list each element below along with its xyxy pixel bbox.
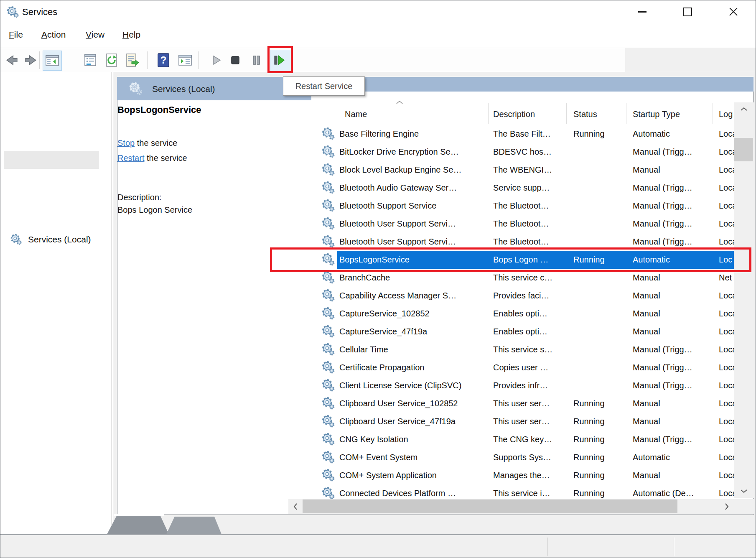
table-row[interactable]: Clipboard User Service_102852 This user …: [312, 395, 753, 413]
scroll-left-button[interactable]: [288, 499, 302, 514]
pause-service-button[interactable]: [247, 51, 265, 70]
column-header-description[interactable]: Description: [493, 108, 535, 120]
service-gear-icon: [321, 181, 335, 195]
table-row[interactable]: Client License Service (ClipSVC) Provide…: [312, 377, 753, 395]
table-row[interactable]: Bluetooth User Support Servi… The Blueto…: [312, 215, 753, 233]
sidebar-item-services-local[interactable]: Services (Local): [4, 151, 99, 169]
show-action-pane-button[interactable]: [176, 51, 194, 70]
column-divider[interactable]: [488, 103, 489, 124]
banner-strip: [311, 77, 753, 92]
maximize-button[interactable]: [674, 0, 701, 23]
table-row[interactable]: Base Filtering Engine The Base Filt… Run…: [312, 125, 753, 143]
panel-splitter[interactable]: [112, 72, 113, 534]
table-row[interactable]: Cellular Time This service s… Manual (Tr…: [312, 341, 753, 359]
export-list-button[interactable]: [123, 51, 142, 70]
cell-name: CNG Key Isolation: [339, 431, 485, 448]
cell-startup-type: Manual: [633, 395, 710, 413]
column-header-name[interactable]: Name: [345, 108, 367, 120]
export-list-icon: [126, 54, 139, 67]
vertical-scrollbar-thumb[interactable]: [734, 138, 753, 161]
vertical-scrollbar[interactable]: [734, 102, 753, 498]
cell-name: Capability Access Manager S…: [339, 287, 485, 305]
start-service-icon: [210, 54, 222, 66]
toolbar: ?: [0, 48, 626, 72]
table-row[interactable]: COM+ System Application Manages the… Run…: [312, 466, 753, 484]
cell-startup-type: Manual (Trigg…: [633, 197, 710, 215]
scroll-up-button[interactable]: [734, 102, 753, 116]
back-button[interactable]: [2, 51, 20, 70]
stop-service-link[interactable]: Stop: [117, 138, 135, 148]
menu-view[interactable]: View: [86, 30, 104, 40]
table-row[interactable]: Bluetooth Audio Gateway Ser… Service sup…: [312, 179, 753, 197]
cell-log-on-as: Net: [719, 269, 734, 287]
menu-file[interactable]: File: [9, 30, 23, 40]
cell-log-on-as: Loca: [719, 143, 734, 161]
cell-description: The Base Filt…: [493, 125, 563, 143]
table-row[interactable]: Clipboard User Service_47f19a This user …: [312, 413, 753, 431]
horizontal-scrollbar-thumb[interactable]: [303, 499, 677, 513]
cell-log-on-as: Loc: [719, 251, 734, 269]
table-row[interactable]: Bluetooth User Support Servi… The Blueto…: [312, 233, 753, 251]
column-divider[interactable]: [566, 103, 567, 124]
table-row[interactable]: CaptureService_47f19a Enables opti… Manu…: [312, 323, 753, 341]
table-row[interactable]: BitLocker Drive Encryption Se… BDESVC ho…: [312, 143, 753, 161]
table-row[interactable]: BopsLogonService Bops Logon … Running Au…: [312, 251, 753, 269]
table-row[interactable]: BranchCache This service c… Manual Net: [312, 269, 753, 287]
sort-ascending-icon: [396, 100, 403, 104]
cell-name: Bluetooth Support Service: [339, 197, 485, 215]
restart-service-link[interactable]: Restart: [117, 153, 144, 163]
scroll-right-button[interactable]: [720, 499, 734, 514]
table-row[interactable]: Certificate Propagation Copies user … Ma…: [312, 359, 753, 377]
help-button[interactable]: ?: [154, 51, 173, 70]
cell-status: Running: [573, 431, 624, 448]
properties-button[interactable]: [81, 51, 99, 70]
forward-button[interactable]: [22, 51, 41, 70]
close-icon: [729, 7, 738, 16]
table-row[interactable]: Bluetooth Support Service The Bluetoot… …: [312, 197, 753, 215]
column-header-startup-type[interactable]: Startup Type: [633, 108, 680, 120]
table-row[interactable]: COM+ Event System Supports Sys… Running …: [312, 448, 753, 466]
restart-service-line: Restart the service: [117, 153, 187, 163]
scroll-down-button[interactable]: [734, 484, 753, 498]
cell-startup-type: Manual: [633, 287, 710, 305]
close-button[interactable]: [720, 0, 747, 23]
cell-status: [573, 269, 624, 287]
table-row[interactable]: CaptureService_102852 Enables opti… Manu…: [312, 305, 753, 323]
table-row[interactable]: Block Level Backup Engine Se… The WBENGI…: [312, 161, 753, 179]
cell-log-on-as: Loca: [719, 125, 734, 143]
restart-service-button[interactable]: [270, 51, 288, 70]
minimize-button[interactable]: [629, 0, 656, 23]
horizontal-scrollbar[interactable]: [288, 499, 734, 514]
column-divider[interactable]: [626, 103, 626, 124]
toolbar-separator: [39, 51, 40, 69]
maximize-icon: [683, 8, 692, 16]
cell-description: Provides infr…: [493, 377, 563, 395]
column-header-status[interactable]: Status: [573, 108, 597, 120]
column-divider[interactable]: [713, 103, 713, 124]
start-service-button[interactable]: [207, 51, 225, 70]
cell-log-on-as: Loca: [719, 395, 734, 413]
window-title: Services: [22, 7, 57, 18]
cell-description: BDESVC hos…: [493, 143, 563, 161]
cell-startup-type: Manual (Trigg…: [633, 143, 710, 161]
cell-startup-type: Manual (Trigg…: [633, 431, 710, 448]
cell-status: [573, 233, 624, 251]
cell-log-on-as: Loca: [719, 341, 734, 359]
cell-startup-type: Manual: [633, 466, 710, 484]
table-row[interactable]: Capability Access Manager S… Provides fa…: [312, 287, 753, 305]
cell-name: Client License Service (ClipSVC): [339, 377, 485, 395]
cell-status: [573, 323, 624, 341]
menu-action[interactable]: Action: [41, 30, 66, 40]
refresh-button[interactable]: [102, 51, 121, 70]
stop-service-button[interactable]: [226, 51, 244, 70]
toolbar-separator: [198, 51, 199, 69]
cell-log-on-as: Loca: [719, 466, 734, 484]
show-console-tree-button[interactable]: [43, 51, 62, 71]
cell-startup-type: Manual (Trigg…: [633, 215, 710, 233]
column-header-log-on-as[interactable]: Log: [719, 108, 735, 120]
selected-service-name: BopsLogonService: [117, 104, 201, 115]
table-row[interactable]: CNG Key Isolation The CNG key… Running M…: [312, 431, 753, 448]
cell-description: The Bluetoot…: [493, 215, 563, 233]
menu-help[interactable]: Help: [122, 30, 140, 40]
cell-description: Enables opti…: [493, 305, 563, 323]
